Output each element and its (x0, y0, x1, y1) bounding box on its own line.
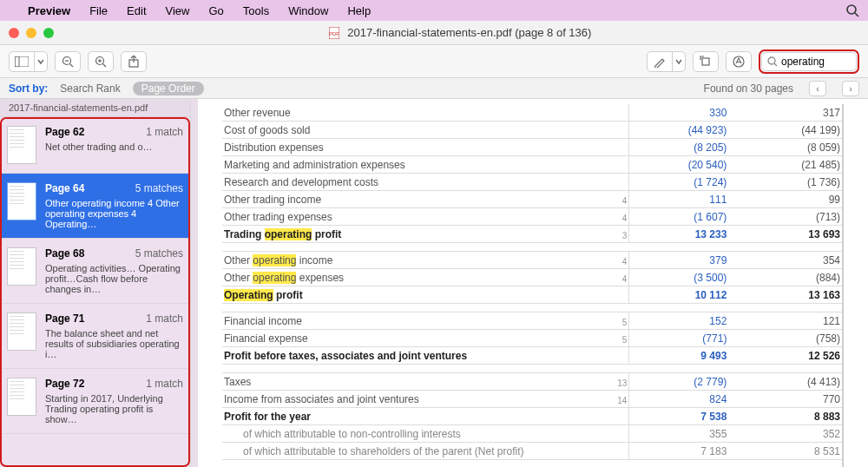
row-label: of which attributable to non-controlling… (222, 425, 598, 443)
search-result-item[interactable]: ──────────────────────────────────── Pag… (0, 369, 190, 434)
search-result-item[interactable]: ──────────────────────────────────── Pag… (0, 174, 190, 239)
row-current-year: 7 538 (629, 408, 736, 425)
markup-menu-chevron[interactable] (672, 51, 686, 72)
search-result-item[interactable]: ──────────────────────────────────── Pag… (0, 117, 190, 174)
row-current-year: (3 500) (629, 269, 736, 286)
row-label: Marketing and administration expenses (222, 156, 598, 174)
row-current-year: 111 (629, 191, 736, 208)
search-input[interactable] (781, 56, 842, 68)
row-label: Operating profit (222, 286, 598, 304)
sidebar-toggle-button[interactable] (9, 51, 35, 72)
row-label: Other trading expenses (222, 208, 598, 226)
row-prior-year: (1 736) (735, 174, 842, 191)
financial-table: Other revenue 330 317Cost of goods sold … (222, 104, 842, 467)
row-note: 4 (598, 269, 629, 286)
svg-rect-5 (15, 56, 19, 67)
menu-edit[interactable]: Edit (127, 4, 146, 17)
share-button[interactable] (121, 51, 147, 72)
zoom-in-button[interactable] (88, 51, 114, 72)
row-prior-year: (884) (735, 269, 842, 286)
result-page-label: Page 72 (45, 378, 84, 390)
result-snippet: Operating activities… Operating profit…C… (45, 263, 183, 294)
search-field[interactable] (761, 52, 857, 71)
pdf-icon: PDF (329, 27, 341, 39)
row-prior-year: 770 (735, 391, 842, 408)
result-match-count: 1 match (146, 378, 183, 390)
result-snippet: Net other trading and o… (45, 141, 183, 152)
row-prior-year: 121 (735, 312, 842, 330)
row-prior-year: (713) (735, 208, 842, 226)
result-snippet: The balance sheet and net results of sub… (45, 328, 183, 359)
row-label: Profit for the year (222, 408, 598, 425)
row-current-year: 7 183 (629, 443, 736, 460)
row-current-year: (44 923) (629, 122, 736, 139)
search-field-highlight (759, 49, 859, 74)
search-result-list: ──────────────────────────────────── Pag… (0, 117, 190, 467)
zoom-out-button[interactable] (55, 51, 81, 72)
rotate-button[interactable] (693, 51, 719, 72)
menu-view[interactable]: View (166, 4, 190, 17)
menu-file[interactable]: File (89, 4, 108, 17)
row-prior-year: (44 199) (735, 122, 842, 139)
sidebar-doc-header: 2017-financial-statements-en.pdf (0, 99, 190, 117)
row-prior-year: 8 883 (735, 408, 842, 425)
row-current-year: 9 493 (629, 347, 736, 365)
app-menu[interactable]: Preview (28, 4, 70, 17)
svg-line-8 (70, 63, 74, 67)
traffic-lights (9, 28, 54, 38)
menu-go[interactable]: Go (208, 4, 223, 17)
page-thumbnail: ──────────────────────────────────── (7, 312, 36, 351)
sidebar-scrollbar[interactable] (191, 99, 198, 467)
row-note: 3 (598, 226, 629, 243)
row-prior-year: 352 (735, 425, 842, 443)
svg-line-12 (103, 63, 107, 67)
edit-mode-button[interactable] (726, 51, 752, 72)
row-label: Other operating expenses (222, 269, 598, 286)
result-page-label: Page 64 (45, 182, 84, 194)
row-prior-year: 13 693 (735, 226, 842, 243)
search-result-item[interactable]: ──────────────────────────────────── Pag… (0, 239, 190, 304)
search-icon (767, 56, 778, 67)
row-current-year: (771) (629, 330, 736, 347)
row-note (598, 122, 629, 139)
svg-point-17 (768, 57, 775, 64)
sort-page-order-option[interactable]: Page Order (133, 82, 204, 95)
spotlight-icon[interactable] (845, 3, 859, 17)
window-titlebar: PDF 2017-financial-statements-en.pdf (pa… (0, 21, 868, 45)
row-current-year: (1 724) (629, 174, 736, 191)
row-current-year: (2 779) (629, 373, 736, 391)
prev-match-button[interactable]: ‹ (809, 81, 826, 96)
minimize-button[interactable] (26, 28, 36, 38)
row-label: Distribution expenses (222, 139, 598, 156)
result-page-label: Page 68 (45, 247, 84, 260)
row-note: 4 (598, 208, 629, 226)
row-prior-year: 317 (735, 104, 842, 122)
row-current-year: 379 (629, 252, 736, 269)
page-thumbnail: ──────────────────────────────────── (7, 378, 36, 416)
next-match-button[interactable]: › (842, 81, 859, 96)
row-prior-year: (8 059) (735, 139, 842, 156)
menu-window[interactable]: Window (288, 4, 328, 17)
search-sidebar: 2017-financial-statements-en.pdf ───────… (0, 99, 191, 467)
sort-rank-option[interactable]: Search Rank (60, 82, 120, 95)
search-result-item[interactable]: ──────────────────────────────────── Pag… (0, 304, 190, 369)
close-button[interactable] (9, 28, 19, 38)
macos-menubar: Preview File Edit View Go Tools Window H… (0, 0, 868, 21)
result-snippet: Starting in 2017, Underlying Trading ope… (45, 393, 183, 424)
row-note: 5 (598, 312, 629, 330)
page-thumbnail: ──────────────────────────────────── (7, 247, 36, 286)
markup-button[interactable] (647, 51, 673, 72)
menu-tools[interactable]: Tools (243, 4, 269, 17)
menu-help[interactable]: Help (347, 4, 371, 17)
row-prior-year: 354 (735, 252, 842, 269)
svg-rect-15 (702, 58, 709, 65)
row-note (598, 156, 629, 174)
row-current-year: 355 (629, 425, 736, 443)
row-current-year: 152 (629, 312, 736, 330)
sidebar-menu-chevron[interactable] (34, 51, 48, 72)
fullscreen-button[interactable] (43, 28, 54, 38)
row-current-year: (8 205) (629, 139, 736, 156)
row-note: 4 (598, 252, 629, 269)
row-current-year: (20 540) (629, 156, 736, 174)
document-view[interactable]: Other revenue 330 317Cost of goods sold … (198, 99, 868, 467)
